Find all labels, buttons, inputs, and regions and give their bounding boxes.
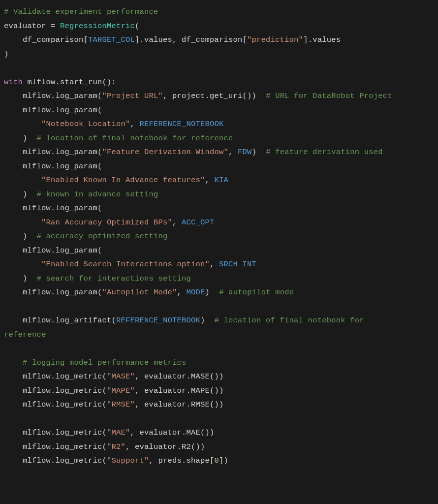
code-token xyxy=(4,218,41,227)
code-token: ].values xyxy=(303,35,341,44)
code-line: "Enabled Search Interactions option", SR… xyxy=(4,260,256,269)
code-token: # accuracy optimized setting xyxy=(37,232,168,241)
code-token: mlflow.log_param( xyxy=(4,246,102,255)
code-token: mlflow.start_run(): xyxy=(23,78,116,87)
code-token: , xyxy=(228,148,238,157)
code-line: mlflow.log_metric("Support", preds.shape… xyxy=(4,456,228,465)
code-token: # location of final notebook for xyxy=(215,316,369,325)
code-token: ) xyxy=(4,50,9,59)
code-block: # Validate experiment performance evalua… xyxy=(0,0,438,473)
code-token: "MASE" xyxy=(107,372,135,381)
code-token: ) xyxy=(205,288,219,297)
code-token: "MAE" xyxy=(107,428,130,437)
code-token: evaluator xyxy=(4,22,51,31)
code-token: "Ran Accuracy Optimized BPs" xyxy=(41,218,172,227)
code-token: # search for interactions setting xyxy=(37,274,191,283)
code-token: ]) xyxy=(219,456,228,465)
code-token: REFERENCE_NOTEBOOK xyxy=(140,120,224,128)
code-token: mlflow.log_param( xyxy=(4,288,102,297)
code-token: SRCH_INT xyxy=(219,260,256,269)
code-line: mlflow.log_param("Project URL", project.… xyxy=(4,92,392,100)
code-token: # feature derivation used xyxy=(266,148,383,157)
code-token: REFERENCE_NOTEBOOK xyxy=(116,316,200,325)
code-token: "Project URL" xyxy=(102,92,163,100)
code-token: , preds.shape[ xyxy=(149,456,215,465)
code-token: mlflow.log_param( xyxy=(4,148,102,157)
code-token: "Support" xyxy=(107,456,149,465)
code-line: mlflow.log_metric("RMSE", evaluator.RMSE… xyxy=(4,400,224,409)
code-line: mlflow.log_metric("MAE", evaluator.MAE()… xyxy=(4,428,215,437)
code-line: # Validate experiment performance xyxy=(4,7,158,16)
code-token: , project.get_uri()) xyxy=(163,92,266,100)
code-token: with xyxy=(4,78,23,87)
code-token: FDW xyxy=(238,148,252,157)
code-token: 0 xyxy=(215,456,219,465)
code-token: mlflow.log_metric( xyxy=(4,456,107,465)
code-token: "Enabled Known In Advance features" xyxy=(41,176,205,185)
code-line: mlflow.log_metric("MASE", evaluator.MASE… xyxy=(4,372,224,381)
code-token: reference xyxy=(4,330,46,339)
code-token: ].values, df_comparison[ xyxy=(135,35,247,44)
code-token: ) xyxy=(200,316,215,325)
code-token xyxy=(56,22,61,31)
code-token: , evaluator.RMSE()) xyxy=(135,400,224,409)
code-token: mlflow.log_metric( xyxy=(4,442,107,451)
code-token xyxy=(4,176,41,185)
code-token: mlflow.log_param( xyxy=(4,92,102,100)
code-token: "prediction" xyxy=(247,35,303,44)
code-token: mlflow.log_metric( xyxy=(4,400,107,409)
code-token xyxy=(4,358,23,367)
code-token: TARGET_COL xyxy=(88,35,135,44)
code-token: , evaluator.MAE()) xyxy=(130,428,215,437)
code-line: with mlflow.start_run(): xyxy=(4,78,116,87)
code-token: "RMSE" xyxy=(107,400,135,409)
code-line: ) # accuracy optimized setting xyxy=(4,232,168,241)
code-line: mlflow.log_param( xyxy=(4,162,102,171)
code-token xyxy=(4,120,41,128)
code-token: "MAPE" xyxy=(107,386,135,395)
code-token: ) xyxy=(4,134,37,143)
code-line: "Enabled Known In Advance features", KIA xyxy=(4,176,228,185)
code-token: ) xyxy=(4,190,37,199)
code-token: , evaluator.R2()) xyxy=(125,442,205,451)
code-token xyxy=(4,260,41,269)
code-line: evaluator = RegressionMetric( xyxy=(4,22,140,31)
code-token: mlflow.log_metric( xyxy=(4,372,107,381)
code-line: mlflow.log_param("Feature Derivation Win… xyxy=(4,148,383,157)
code-token: # URL for DataRobot Project xyxy=(266,92,392,100)
code-token: , xyxy=(177,288,187,297)
code-line: df_comparison[TARGET_COL].values, df_com… xyxy=(4,35,341,44)
code-token: df_comparison[ xyxy=(4,35,88,44)
code-token: , xyxy=(130,120,140,128)
code-line: ) # search for interactions setting xyxy=(4,274,191,283)
code-token: # logging model performance metrics xyxy=(23,358,187,367)
code-token: mlflow.log_metric( xyxy=(4,386,107,395)
code-token: , evaluator.MAPE()) xyxy=(135,386,224,395)
code-line: mlflow.log_param( xyxy=(4,246,102,255)
code-token: mlflow.log_metric( xyxy=(4,428,107,437)
code-token: , xyxy=(210,260,219,269)
code-line: ) # known in advance setting xyxy=(4,190,158,199)
code-line: "Notebook Location", REFERENCE_NOTEBOOK xyxy=(4,120,224,128)
code-line: reference xyxy=(4,330,46,339)
code-token: = xyxy=(51,22,56,31)
code-token: "Autopilot Mode" xyxy=(102,288,177,297)
code-token: ( xyxy=(135,22,140,31)
code-line: # logging model performance metrics xyxy=(4,358,187,367)
code-token: # Validate experiment performance xyxy=(4,7,158,16)
code-token: # autopilot mode xyxy=(219,288,294,297)
code-token: ) xyxy=(252,148,266,157)
code-token: ACC_OPT xyxy=(182,218,215,227)
code-token: "Enabled Search Interactions option" xyxy=(41,260,210,269)
code-token: ) xyxy=(4,232,37,241)
code-token: , xyxy=(172,218,182,227)
code-line: mlflow.log_metric("R2", evaluator.R2()) xyxy=(4,442,205,451)
code-token: KIA xyxy=(215,176,229,185)
code-line: ) xyxy=(4,50,9,59)
code-token: "Notebook Location" xyxy=(41,120,130,128)
code-line: mlflow.log_metric("MAPE", evaluator.MAPE… xyxy=(4,386,224,395)
code-token: # location of final notebook for referen… xyxy=(37,134,233,143)
code-token: # known in advance setting xyxy=(37,190,158,199)
code-token: RegressionMetric xyxy=(60,22,135,31)
code-token: mlflow.log_param( xyxy=(4,162,102,171)
